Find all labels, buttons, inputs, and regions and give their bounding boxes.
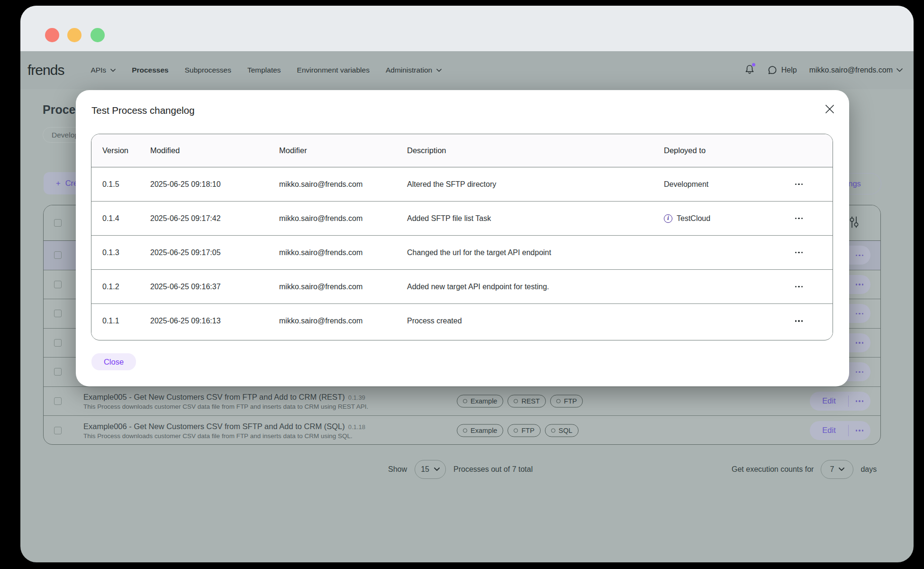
modified-cell: 2025-06-25 09:18:10 <box>139 180 268 189</box>
row-menu-icon[interactable] <box>849 284 870 285</box>
row-checkbox[interactable] <box>54 397 62 405</box>
row-menu-icon[interactable] <box>788 252 810 254</box>
nav-item-processes[interactable]: Processes <box>132 66 169 74</box>
row-menu-icon[interactable] <box>849 313 870 315</box>
process-version: 0.1.18 <box>348 423 365 430</box>
days-label: days <box>861 465 877 474</box>
chevron-down-icon <box>897 68 903 72</box>
nav-item-subprocesses[interactable]: Subprocesses <box>185 66 231 74</box>
chat-bubble-icon <box>767 65 778 75</box>
col-description: Description <box>396 146 653 155</box>
frends-logo[interactable]: frends <box>27 62 64 78</box>
total-label: Processes out of 7 total <box>453 465 533 474</box>
row-menu-icon[interactable] <box>849 255 870 257</box>
execution-count-controls: Get execution counts for 7 days <box>732 460 877 479</box>
row-actions: Edit <box>810 392 870 411</box>
process-title[interactable]: Example006 - Get New Customers CSV from … <box>83 422 345 430</box>
exec-label: Get execution counts for <box>732 465 814 474</box>
version-cell: 0.1.3 <box>91 248 139 257</box>
nav-items: APIs Processes Subprocesses Templates En… <box>91 66 442 74</box>
help-button[interactable]: Help <box>767 65 797 75</box>
tag-pill[interactable]: SQL <box>545 424 579 437</box>
minimize-window-icon[interactable] <box>67 28 82 42</box>
filter-sliders-icon <box>848 216 860 229</box>
row-menu-icon[interactable] <box>849 400 870 402</box>
deployed-cell: i TestCloud <box>653 214 771 223</box>
row-menu-icon[interactable] <box>849 342 870 344</box>
select-all-checkbox[interactable] <box>54 219 62 227</box>
page-size-select[interactable]: 15 <box>415 460 446 479</box>
process-row-example006: Example006 - Get New Customers CSV from … <box>44 416 880 445</box>
notifications-bell-icon[interactable] <box>744 64 755 76</box>
row-menu-icon[interactable] <box>788 286 810 288</box>
nav-item-environment-variables[interactable]: Environment variables <box>297 66 370 74</box>
maximize-window-icon[interactable] <box>91 28 105 42</box>
tag-circle-icon <box>514 399 518 403</box>
col-modified: Modified <box>139 146 268 155</box>
process-title[interactable]: Example005 - Get New Customers CSV from … <box>83 392 345 401</box>
modified-cell: 2025-06-25 09:16:37 <box>139 283 268 291</box>
page-size-controls: Show 15 Processes out of 7 total <box>388 460 533 479</box>
description-cell: Changed the url for the target API endpo… <box>396 248 653 257</box>
plus-icon: + <box>56 179 61 188</box>
top-nav: frends APIs Processes Subprocesses Templ… <box>20 51 914 89</box>
edit-button[interactable]: Edit <box>810 396 848 405</box>
modifier-cell: mikko.sairo@frends.com <box>268 180 396 189</box>
tag-circle-icon <box>463 428 467 432</box>
user-menu[interactable]: mikko.sairo@frends.com <box>809 66 903 74</box>
row-checkbox[interactable] <box>54 427 62 434</box>
close-window-icon[interactable] <box>45 28 59 42</box>
tag-circle-icon <box>514 428 518 432</box>
row-checkbox[interactable] <box>54 281 62 288</box>
tag-circle-icon <box>556 399 561 403</box>
process-description: This Process downloads customer CSV data… <box>83 432 365 439</box>
modifier-cell: mikko.sairo@frends.com <box>268 214 396 223</box>
tag-pill[interactable]: Example <box>457 424 503 437</box>
process-description: This Process downloads customer CSV data… <box>83 403 368 410</box>
info-icon[interactable]: i <box>664 214 672 223</box>
column-filter-button[interactable] <box>848 216 860 230</box>
changelog-row: 0.1.4 2025-06-25 09:17:42 mikko.sairo@fr… <box>91 202 833 236</box>
row-checkbox[interactable] <box>54 251 62 259</box>
version-cell: 0.1.1 <box>91 317 139 325</box>
row-menu-icon[interactable] <box>788 184 810 185</box>
row-checkbox[interactable] <box>54 368 62 376</box>
changelog-row: 0.1.2 2025-06-25 09:16:37 mikko.sairo@fr… <box>91 270 833 304</box>
row-checkbox[interactable] <box>54 339 62 347</box>
version-cell: 0.1.5 <box>91 180 139 189</box>
modifier-cell: mikko.sairo@frends.com <box>268 283 396 291</box>
tag-pill[interactable]: REST <box>507 395 546 407</box>
exec-days-select[interactable]: 7 <box>821 460 853 479</box>
tag-pill[interactable]: FTP <box>550 395 583 407</box>
row-menu-icon[interactable] <box>788 218 810 220</box>
edit-button[interactable]: Edit <box>810 426 848 435</box>
tag-pill[interactable]: Example <box>457 395 503 407</box>
nav-item-apis[interactable]: APIs <box>91 66 116 74</box>
description-cell: Altered the SFTP directory <box>396 180 653 189</box>
version-cell: 0.1.4 <box>91 214 139 223</box>
deployed-cell: Development <box>653 180 771 189</box>
row-checkbox[interactable] <box>54 310 62 317</box>
user-email: mikko.sairo@frends.com <box>809 66 893 74</box>
modal-close-button[interactable]: Close <box>91 353 136 370</box>
changelog-row: 0.1.5 2025-06-25 09:18:10 mikko.sairo@fr… <box>91 167 833 202</box>
chevron-down-icon <box>110 69 116 72</box>
process-tags: Example REST FTP <box>457 395 583 407</box>
version-cell: 0.1.2 <box>91 283 139 291</box>
tag-pill[interactable]: FTP <box>507 424 540 437</box>
nav-right: Help mikko.sairo@frends.com <box>744 64 903 76</box>
close-icon[interactable] <box>824 103 836 116</box>
tag-circle-icon <box>463 399 467 403</box>
row-menu-icon[interactable] <box>788 320 810 322</box>
nav-item-templates[interactable]: Templates <box>247 66 281 74</box>
description-cell: Added SFTP file list Task <box>396 214 653 223</box>
col-version: Version <box>91 146 139 155</box>
modifier-cell: mikko.sairo@frends.com <box>268 317 396 325</box>
nav-item-administration[interactable]: Administration <box>386 66 442 74</box>
show-label: Show <box>388 465 407 474</box>
row-menu-icon[interactable] <box>849 371 870 373</box>
process-row-example005: Example005 - Get New Customers CSV from … <box>44 387 880 416</box>
modified-cell: 2025-06-25 09:16:13 <box>139 317 268 325</box>
changelog-table: Version Modified Modifier Description De… <box>91 134 833 340</box>
row-menu-icon[interactable] <box>849 430 870 431</box>
